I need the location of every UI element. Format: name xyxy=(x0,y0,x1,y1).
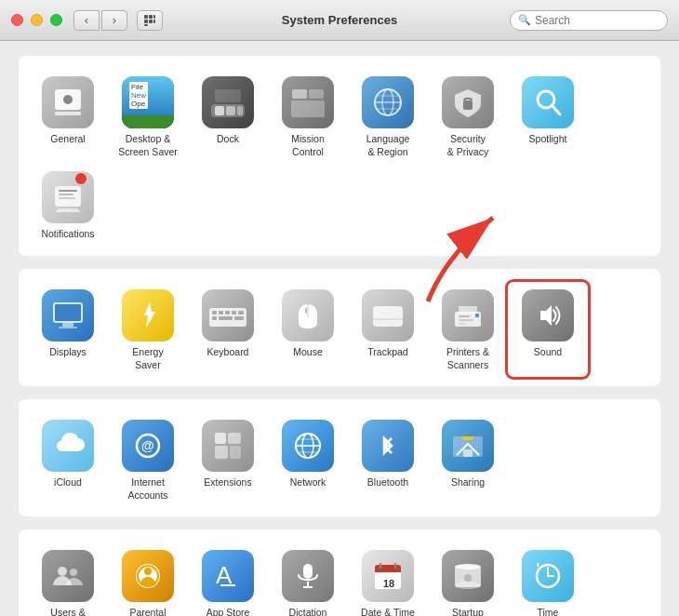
svg-rect-78 xyxy=(375,569,401,572)
dock-icon xyxy=(202,76,254,128)
svg-rect-57 xyxy=(215,446,228,459)
desktop-screen-saver-item[interactable]: FileNewOpe Desktop &Screen Saver xyxy=(108,69,188,164)
displays-label: Displays xyxy=(49,346,87,359)
dock-item[interactable]: Dock xyxy=(188,69,268,164)
back-button[interactable]: ‹ xyxy=(73,10,100,31)
internet-accounts-item[interactable]: @ InternetAccounts xyxy=(108,412,188,507)
users-groups-item[interactable]: Users &Groups xyxy=(28,542,108,616)
internet-section: iCloud @ InternetAccounts xyxy=(19,399,660,516)
minimize-button[interactable] xyxy=(31,14,43,26)
displays-item[interactable]: Displays xyxy=(28,282,108,377)
svg-rect-48 xyxy=(459,306,477,314)
keyboard-item[interactable]: Keyboard xyxy=(188,282,268,377)
svg-rect-33 xyxy=(59,327,77,328)
svg-rect-44 xyxy=(305,308,307,314)
svg-rect-1 xyxy=(149,15,153,19)
parental-controls-label: ParentalControls xyxy=(129,607,166,616)
svg-rect-52 xyxy=(459,323,466,325)
bluetooth-item[interactable]: Bluetooth xyxy=(348,412,428,507)
svg-point-84 xyxy=(455,564,481,569)
dictation-speech-label: Dictation& Speech xyxy=(286,607,329,616)
startup-disk-item[interactable]: StartupDisk xyxy=(428,542,508,616)
svg-rect-73 xyxy=(303,564,313,579)
sharing-label: Sharing xyxy=(451,476,485,489)
search-icon: 🔍 xyxy=(518,14,531,26)
printers-scanners-item[interactable]: Printers &Scanners xyxy=(428,282,508,377)
date-time-item[interactable]: 18 Date & Time xyxy=(348,542,428,616)
svg-rect-14 xyxy=(215,89,241,102)
app-store-item[interactable]: A App Store xyxy=(188,542,268,616)
search-input[interactable] xyxy=(535,14,665,27)
language-region-item[interactable]: Language& Region xyxy=(348,69,428,164)
titlebar: ‹ › System Preferences 🔍 xyxy=(0,0,679,41)
general-item[interactable]: General xyxy=(28,69,108,164)
time-machine-icon xyxy=(522,550,574,602)
security-privacy-item[interactable]: Security& Privacy xyxy=(428,69,508,164)
date-time-label: Date & Time xyxy=(361,607,415,616)
svg-rect-13 xyxy=(237,106,243,115)
printers-scanners-label: Printers &Scanners xyxy=(446,346,489,371)
sharing-item[interactable]: Sharing xyxy=(428,412,508,507)
svg-rect-29 xyxy=(59,197,75,199)
mouse-item[interactable]: Mouse xyxy=(268,282,348,377)
sound-item[interactable]: Sound xyxy=(508,282,588,377)
notification-badge xyxy=(75,173,87,184)
svg-rect-11 xyxy=(215,106,224,115)
internet-grid: iCloud @ InternetAccounts xyxy=(28,412,651,507)
grid-view-button[interactable] xyxy=(137,10,163,31)
svg-rect-40 xyxy=(212,316,217,320)
svg-rect-37 xyxy=(225,311,230,315)
svg-rect-36 xyxy=(219,311,223,315)
svg-text:18: 18 xyxy=(383,578,394,589)
dock-label: Dock xyxy=(217,133,239,146)
system-section: Users &Groups ParentalControls xyxy=(19,529,660,616)
general-label: General xyxy=(50,133,85,146)
svg-rect-16 xyxy=(292,89,307,99)
notifications-label: Notifications xyxy=(41,228,94,241)
startup-disk-icon xyxy=(442,550,494,602)
network-item[interactable]: Network xyxy=(268,412,348,507)
nav-buttons: ‹ › xyxy=(73,10,127,31)
energy-saver-item[interactable]: EnergySaver xyxy=(108,282,188,377)
mission-control-icon xyxy=(282,76,334,128)
icloud-item[interactable]: iCloud xyxy=(28,412,108,507)
spotlight-item[interactable]: Spotlight xyxy=(508,69,588,164)
svg-rect-39 xyxy=(238,311,244,315)
language-region-label: Language& Region xyxy=(366,133,410,158)
trackpad-item[interactable]: Trackpad xyxy=(348,282,428,377)
extensions-item[interactable]: Extensions xyxy=(188,412,268,507)
svg-rect-35 xyxy=(212,311,217,315)
time-machine-item[interactable]: TimeMachine xyxy=(508,542,588,616)
bluetooth-label: Bluetooth xyxy=(367,476,408,489)
sound-label: Sound xyxy=(534,346,562,359)
svg-point-70 xyxy=(144,568,152,575)
app-store-label: App Store xyxy=(206,607,250,616)
svg-text:@: @ xyxy=(141,438,154,453)
dictation-speech-item[interactable]: Dictation& Speech xyxy=(268,542,348,616)
svg-rect-6 xyxy=(144,24,148,26)
mouse-label: Mouse xyxy=(293,346,323,359)
parental-controls-item[interactable]: ParentalControls xyxy=(108,542,188,616)
search-box[interactable]: 🔍 xyxy=(510,10,668,31)
notifications-item[interactable]: Notifications xyxy=(28,164,108,247)
close-button[interactable] xyxy=(11,14,23,26)
traffic-lights xyxy=(11,14,62,26)
spotlight-icon xyxy=(522,76,574,128)
svg-rect-28 xyxy=(59,194,73,195)
svg-rect-31 xyxy=(55,304,81,321)
svg-rect-2 xyxy=(153,15,155,19)
displays-icon xyxy=(42,289,94,341)
system-grid: Users &Groups ParentalControls xyxy=(28,542,651,616)
desktop-screen-saver-icon: FileNewOpe xyxy=(122,76,174,128)
mission-control-label: MissionControl xyxy=(291,133,325,158)
keyboard-icon xyxy=(202,289,254,341)
forward-button[interactable]: › xyxy=(101,10,127,31)
trackpad-icon xyxy=(362,289,414,341)
svg-rect-27 xyxy=(59,190,77,192)
mission-control-item[interactable]: MissionControl xyxy=(268,69,348,164)
maximize-button[interactable] xyxy=(50,14,62,26)
network-label: Network xyxy=(290,476,326,489)
svg-rect-51 xyxy=(475,314,479,317)
svg-rect-17 xyxy=(309,89,324,99)
svg-rect-45 xyxy=(373,306,403,327)
